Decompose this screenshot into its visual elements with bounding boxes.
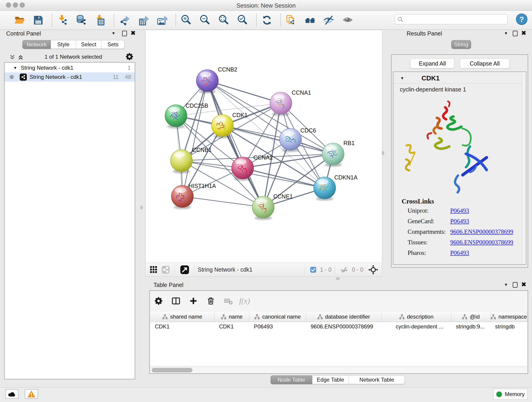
node-CCNA1[interactable] [270,92,292,116]
memory-button[interactable]: Memory [493,389,528,400]
gene-header-row[interactable]: ▼ CDK1 [393,73,526,84]
column-header-shared-name[interactable]: shared name [150,312,215,322]
export-table-button[interactable] [137,13,149,27]
node-CCNB1[interactable] [171,150,192,173]
collapse-all-button[interactable]: Collapse All [460,58,510,69]
table-panel-menu-icon[interactable]: ▼ [504,283,508,287]
table-panel-float-icon[interactable] [513,282,518,288]
network-collection-row[interactable]: ▼ String Network - cdk1 1 [5,63,135,72]
selected-checkbox-icon[interactable] [310,267,317,273]
edge-HIST1H1A-CCNE1[interactable] [182,196,263,207]
warnings-button[interactable] [25,389,38,399]
results-scrollbar[interactable] [522,72,526,264]
tab-node-table[interactable]: Node Table [271,375,312,384]
collapse-all-icon[interactable] [9,54,16,61]
crosslink-value-link[interactable]: 9606.ENSP00000378699 [450,228,513,235]
open-in-window-icon[interactable] [180,265,189,274]
tab-string[interactable]: String [451,40,471,49]
import-table-button[interactable] [94,13,106,27]
tab-edge-table[interactable]: Edge Table [312,375,349,384]
tab-network-table[interactable]: Network Table [349,375,405,384]
export-image-button[interactable] [156,13,168,27]
table-cell[interactable]: stringdb:9... [451,322,491,332]
crosslink-value-link[interactable]: P06493 [450,249,469,256]
right-splitter-handle[interactable] [382,151,384,155]
search-input[interactable] [405,16,505,22]
table-hscrollbar[interactable] [150,367,527,373]
grid-view-icon[interactable] [150,266,158,274]
column-header-name[interactable]: name [215,312,249,322]
results-panel-close-icon[interactable]: ✖ [521,30,526,36]
crosslink-value-link[interactable]: 9606.ENSP00000378699 [450,239,513,246]
table-cell[interactable]: P06493 [249,322,306,332]
column-header-database-identifier[interactable]: database identifier [306,312,381,322]
table-cell[interactable]: CDK1 [215,322,249,332]
table-row[interactable]: CDK1CDK1P064939606.ENSP00000378699cyclin… [150,322,527,332]
function-builder-icon[interactable]: f(x) [239,297,250,305]
edge-CCNB2-CCNA1[interactable] [207,81,281,103]
column-header-canonical-name[interactable]: canonical name [249,312,306,322]
column-header-description[interactable]: description [381,312,451,322]
control-panel-menu-icon[interactable]: ▼ [112,32,115,35]
clone-network-button[interactable] [285,13,298,27]
tab-select[interactable]: Select [76,40,101,49]
crosslink-value-link[interactable]: P06493 [450,218,469,225]
zoom-fit-button[interactable] [218,13,230,27]
expand-all-button[interactable]: Expand All [410,58,454,69]
add-column-icon[interactable] [187,294,200,308]
table-panel-close-icon[interactable]: ✖ [521,281,526,287]
hidden-eye-icon[interactable] [340,266,348,274]
column-header-namespace[interactable]: namespace [491,312,527,322]
tab-sets[interactable]: Sets [101,40,125,49]
results-panel-menu-icon[interactable]: ▼ [504,32,508,35]
table-cell[interactable]: CDK1 [150,322,215,332]
tab-network[interactable]: Network [22,40,51,49]
control-panel-close-icon[interactable]: ✖ [131,30,136,36]
crosslink-value-link[interactable]: P06493 [450,207,469,214]
network-options-gear-icon[interactable] [125,52,134,62]
collection-expand-icon[interactable]: ▼ [13,66,17,70]
show-columns-icon[interactable] [170,294,182,308]
apply-layout-button[interactable] [261,13,273,27]
table-cell[interactable]: 9606.ENSP00000378699 [306,322,381,332]
gene-collapse-icon[interactable]: ▼ [400,76,404,80]
import-network-button[interactable] [56,13,69,27]
tab-style[interactable]: Style [51,40,76,49]
node-RB1[interactable] [322,143,344,167]
results-panel-float-icon[interactable] [513,31,518,36]
table-cell[interactable]: stringdb [491,322,527,332]
network-row-selected[interactable]: String Network - cdk1 11 48 [5,72,135,82]
bottom-splitter-handle[interactable] [336,277,340,280]
zoom-selected-button[interactable] [236,13,249,27]
export-network-button[interactable] [118,13,131,27]
table-hscrollbar-thumb[interactable] [152,368,192,372]
fit-crosshair-icon[interactable] [368,265,378,274]
help-button[interactable]: ? [516,13,528,25]
zoom-in-button[interactable] [180,13,192,27]
string-query-button[interactable] [304,13,316,27]
edge-CCNB2-HIST1H1A[interactable] [182,81,207,196]
table-cell[interactable]: cyclin-dependent ... [381,322,451,332]
cloud-button[interactable] [5,389,19,399]
zoom-out-button[interactable] [199,13,211,27]
search-box[interactable] [395,14,507,24]
delete-table-icon[interactable] [222,294,234,308]
network-canvas[interactable]: CCNB2CCNA1CDC25BCDK1CDC6RB1CCNB1CCNA2CDK… [145,30,382,263]
hide-selected-button[interactable] [323,13,335,27]
node-CDK1[interactable] [211,115,234,138]
table-settings-gear-icon[interactable] [152,294,165,308]
node-CDKN1A[interactable] [314,177,336,201]
expand-up-icon[interactable] [17,54,24,61]
open-session-button[interactable] [13,13,26,27]
save-session-button[interactable] [32,13,44,27]
show-all-button[interactable] [341,13,354,27]
share-view-icon[interactable] [162,266,170,274]
node-CCNE1[interactable] [252,196,274,220]
import-network-from-database-button[interactable] [75,13,88,27]
control-panel-float-icon[interactable] [122,31,127,36]
left-splitter-handle[interactable] [140,206,143,210]
column-header--id[interactable]: @id [451,312,491,322]
delete-column-trash-icon[interactable] [204,294,217,308]
node-CDC25B[interactable] [165,105,187,128]
node-CDC6[interactable] [279,128,302,152]
